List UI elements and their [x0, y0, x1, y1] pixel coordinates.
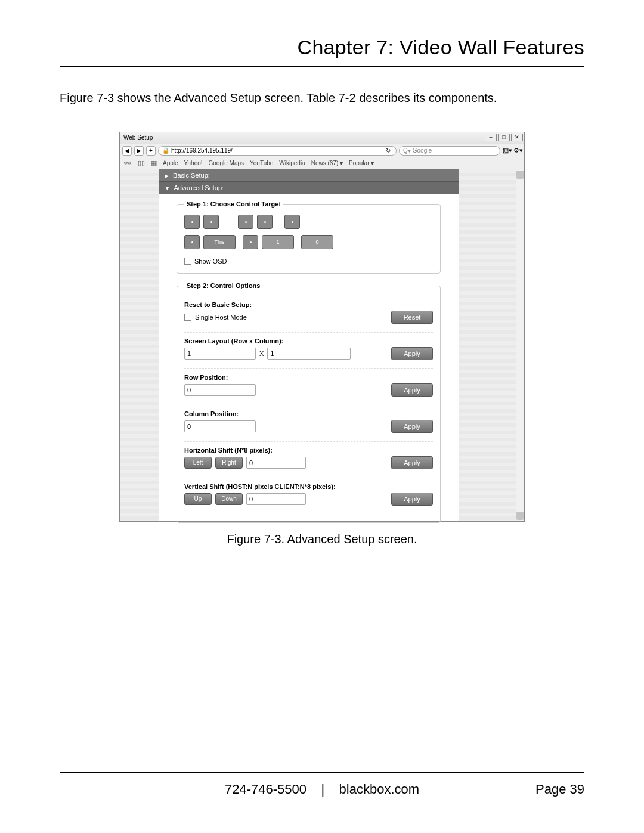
vshift-down-button[interactable]: Down	[215, 493, 243, 505]
window-maximize-icon[interactable]: □	[498, 134, 510, 141]
search-bar[interactable]: Q▾ Google	[399, 146, 500, 156]
reset-header: Reset to Basic Setup:	[184, 301, 433, 308]
single-host-checkbox[interactable]	[184, 314, 191, 321]
vshift-header: Vertical Shift (HOST:N pixels CLIENT:N*8…	[184, 483, 433, 490]
target-cell-this[interactable]: This	[203, 235, 236, 249]
step1-legend: Step 1: Choose Control Target	[184, 200, 283, 208]
layout-x-separator: X	[259, 350, 264, 357]
bookmark-yahoo[interactable]: Yahoo!	[184, 160, 203, 166]
add-tab-button[interactable]: +	[146, 146, 156, 156]
lead-paragraph: Figure 7-3 shows the Advanced Setup scre…	[60, 91, 584, 105]
search-placeholder: Google	[413, 147, 432, 155]
url-text: http://169.254.195.119/	[171, 147, 233, 155]
rowpos-header: Row Position:	[184, 374, 433, 381]
bookmarks-bar: 👓 ▯▯ ▦ Apple Yahoo! Google Maps YouTube …	[120, 157, 524, 169]
target-cell-0[interactable]: 0	[301, 235, 333, 249]
hshift-apply-button[interactable]: Apply	[391, 456, 433, 469]
vshift-apply-button[interactable]: Apply	[391, 493, 433, 506]
layout-col-select[interactable]	[267, 348, 351, 360]
site-lock-icon: 🔒	[162, 147, 169, 155]
rowpos-select[interactable]	[184, 384, 256, 396]
target-cell[interactable]	[203, 215, 219, 229]
bookmark-googlemaps[interactable]: Google Maps	[209, 160, 244, 166]
expand-arrow-icon: ▼	[165, 185, 170, 191]
back-button[interactable]: ◀	[122, 146, 132, 156]
collapse-arrow-icon: ▶	[165, 173, 169, 179]
chapter-title: Chapter 7: Video Wall Features	[60, 36, 584, 67]
layout-row-select[interactable]	[184, 348, 256, 360]
tab-advanced-label: Advanced Setup:	[174, 184, 224, 191]
bookmark-popular[interactable]: Popular ▾	[349, 160, 374, 166]
settings-gear-icon[interactable]: ⚙▾	[513, 147, 522, 155]
bookmark-news[interactable]: News (67) ▾	[311, 160, 343, 166]
target-cell[interactable]	[257, 215, 273, 229]
colpos-apply-button[interactable]: Apply	[391, 420, 433, 433]
glasses-icon[interactable]: 👓	[123, 159, 132, 167]
window-minimize-icon[interactable]: –	[485, 134, 497, 141]
show-osd-checkbox[interactable]	[184, 258, 191, 265]
layout-apply-button[interactable]: Apply	[391, 347, 433, 360]
content-left-margin	[120, 169, 159, 521]
bookmark-youtube[interactable]: YouTube	[250, 160, 273, 166]
step2-fieldset: Step 2: Control Options Reset to Basic S…	[177, 282, 441, 523]
single-host-label: Single Host Mode	[195, 314, 247, 321]
colpos-header: Column Position:	[184, 410, 433, 417]
page-footer: 724-746-5500 | blackbox.com Page 39	[60, 772, 584, 797]
hshift-left-button[interactable]: Left	[184, 457, 212, 469]
rowpos-apply-button[interactable]: Apply	[391, 383, 433, 397]
target-cell[interactable]	[243, 235, 258, 249]
reset-button[interactable]: Reset	[391, 311, 433, 324]
footer-separator: |	[321, 782, 324, 797]
figure-screenshot: Web Setup – □ ✕ ◀ ▶ + 🔒 http://169.254.1…	[119, 132, 525, 522]
tab-advanced-setup[interactable]: ▼ Advanced Setup:	[159, 182, 459, 194]
content-right-margin	[459, 169, 524, 521]
scrollbar-up-icon[interactable]	[516, 171, 524, 179]
page-menu-icon[interactable]: ▧▾	[503, 147, 511, 155]
target-cell[interactable]	[184, 215, 200, 229]
show-osd-label: Show OSD	[194, 258, 227, 265]
vshift-input[interactable]	[246, 493, 306, 505]
layout-header: Screen Layout (Row x Column):	[184, 337, 433, 345]
vshift-up-button[interactable]: Up	[184, 493, 212, 505]
window-close-icon[interactable]: ✕	[511, 134, 523, 141]
target-cell-1[interactable]: 1	[262, 235, 294, 249]
search-provider-prefix: Q▾	[403, 147, 411, 155]
hshift-right-button[interactable]: Right	[215, 457, 243, 469]
target-cell[interactable]	[284, 215, 300, 229]
bookmark-apple[interactable]: Apple	[163, 160, 178, 166]
step2-legend: Step 2: Control Options	[184, 282, 262, 289]
scrollbar-down-icon[interactable]	[516, 512, 524, 520]
vertical-scrollbar[interactable]	[516, 169, 524, 521]
address-bar[interactable]: 🔒 http://169.254.195.119/ ↻	[158, 146, 397, 156]
window-titlebar: Web Setup – □ ✕	[120, 132, 524, 144]
tab-basic-label: Basic Setup:	[173, 172, 210, 179]
footer-site: blackbox.com	[339, 782, 420, 797]
step1-fieldset: Step 1: Choose Control Target	[177, 200, 441, 274]
footer-phone: 724-746-5500	[225, 782, 306, 797]
tab-basic-setup[interactable]: ▶ Basic Setup:	[159, 169, 459, 182]
apps-grid-icon[interactable]: ▦	[151, 159, 157, 167]
target-cell[interactable]	[238, 215, 253, 229]
target-cell[interactable]	[184, 235, 200, 249]
colpos-select[interactable]	[184, 420, 256, 432]
hshift-input[interactable]	[246, 457, 306, 469]
window-title-text: Web Setup	[123, 134, 153, 141]
reload-icon[interactable]: ↻	[384, 147, 392, 155]
bookmark-wikipedia[interactable]: Wikipedia	[279, 160, 305, 166]
hshift-header: Horizontal Shift (N*8 pixels):	[184, 447, 433, 454]
panel-icon[interactable]: ▯▯	[138, 159, 145, 167]
forward-button[interactable]: ▶	[134, 146, 144, 156]
